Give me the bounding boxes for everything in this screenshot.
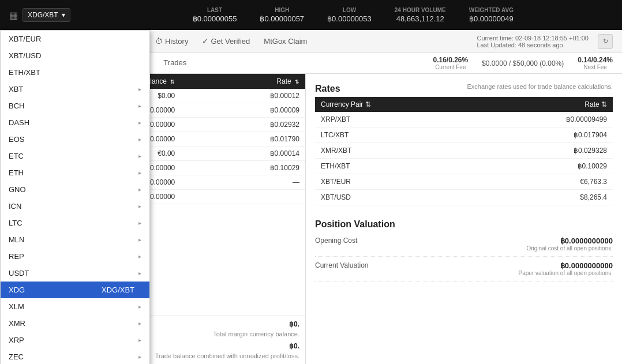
chevron-right-icon: ▸	[138, 186, 141, 193]
dropdown-item-usdt[interactable]: USDT ▸	[1, 265, 149, 282]
chevron-right-icon: ▸	[138, 237, 141, 243]
rate-cell	[181, 190, 305, 204]
stat-volume: 24 HOUR VOLUME 48,663,112.12	[395, 7, 446, 23]
pair-label: XDG/XBT	[28, 11, 58, 19]
rate-cell: —	[181, 175, 305, 190]
sort-icon: ⇅	[365, 100, 371, 108]
dropdown-item-label: DASH	[9, 118, 29, 127]
pos-val-label: Current Valuation	[315, 261, 369, 276]
pair-dropdown[interactable]: XBT/EUR XBT/USD ETH/XBT XBT ▸ BCH ▸ DASH…	[0, 30, 150, 364]
pos-val-row: Opening Cost ฿0.0000000000 Original cost…	[315, 232, 613, 257]
dropdown-item-eth-xbt[interactable]: ETH/XBT	[1, 64, 149, 81]
last-updated-value: 48 seconds ago	[518, 42, 563, 48]
current-fee-label: Current Fee	[435, 64, 466, 70]
rates-rate-cell: ฿0.029328	[475, 143, 613, 159]
dropdown-item-label: ICN	[9, 202, 21, 211]
dropdown-item-xbt-eur[interactable]: XBT/EUR	[1, 31, 149, 47]
chevron-right-icon: ▸	[138, 253, 141, 260]
rate-cell: ฿0.02932	[181, 118, 305, 132]
pair-selector[interactable]: XDG/XBT ▾	[23, 8, 70, 22]
rates-col-rate[interactable]: Rate ⇅	[475, 97, 613, 112]
rates-title: Rates	[315, 84, 340, 94]
position-valuation-section: Position Valuation Opening Cost ฿0.00000…	[315, 219, 613, 282]
chevron-right-icon: ▸	[138, 354, 141, 360]
dropdown-item-label: ETH	[9, 168, 24, 177]
pos-val-amount: ฿0.0000000000	[519, 261, 613, 270]
dropdown-item-zec[interactable]: ZEC ▸	[1, 348, 149, 364]
pos-val-row: Current Valuation ฿0.0000000000 Paper va…	[315, 257, 613, 282]
dropdown-item-label: ETC	[9, 152, 24, 160]
col-rate[interactable]: Rate ⇅	[181, 74, 305, 89]
last-updated-label: Last Updated:	[477, 42, 516, 48]
nav-item-mtgox[interactable]: MtGox Claim	[264, 35, 307, 48]
dropdown-item-mln[interactable]: MLN ▸	[1, 231, 149, 248]
nav-mtgox-label: MtGox Claim	[264, 37, 307, 46]
dropdown-item-etc[interactable]: ETC ▸	[1, 148, 149, 164]
chevron-right-icon: ▸	[138, 203, 141, 209]
rates-rate-cell: ฿0.10029	[475, 159, 613, 174]
dropdown-item-eth[interactable]: ETH ▸	[1, 164, 149, 181]
pos-val-right: ฿0.0000000000 Paper valuation of all ope…	[519, 261, 613, 276]
rates-row: XRP/XBT ฿0.00009499	[315, 112, 613, 127]
dropdown-item-label: XLM	[9, 302, 24, 311]
dropdown-item-label: XBT	[9, 85, 23, 93]
dropdown-item-dash[interactable]: DASH ▸	[1, 114, 149, 131]
chevron-right-icon: ▸	[138, 270, 141, 276]
dropdown-item-bch[interactable]: BCH ▸	[1, 97, 149, 114]
dropdown-item-rep[interactable]: REP ▸	[1, 248, 149, 265]
chart-icon: ▦	[9, 10, 18, 21]
rate-cell: ฿0.01790	[181, 132, 305, 147]
current-fee-box: 0.16/0.26% Current Fee	[433, 56, 468, 70]
dropdown-item-label: XDG	[9, 286, 25, 294]
chevron-right-icon: ▸	[138, 153, 141, 159]
rates-rate-cell: €6,763.3	[475, 174, 613, 190]
next-fee-value: 0.14/0.24%	[578, 56, 613, 64]
rates-table: Currency Pair ⇅ Rate ⇅ XRP/XBT ฿0.000094…	[315, 97, 613, 205]
rates-pair-cell: XMR/XBT	[315, 143, 475, 159]
current-time-value: 02-09-18 12:18:55 +01:00	[515, 35, 589, 42]
dropdown-item-label: REP	[9, 252, 24, 261]
chevron-right-icon: ▸	[138, 170, 141, 176]
sub-dropdown-xdg-xbt[interactable]: XDG/XBT	[93, 282, 143, 298]
chevron-right-icon: ▸	[138, 136, 141, 142]
rates-pair-cell: XBT/EUR	[315, 174, 475, 190]
fee-range: $0.0000 / $50,000 (0.00%)	[482, 59, 564, 67]
dropdown-item-label: EOS	[9, 135, 24, 144]
dropdown-item-xlm[interactable]: XLM ▸	[1, 298, 149, 315]
pair-selector-area[interactable]: ▦ XDG/XBT ▾	[9, 8, 70, 22]
chevron-right-icon: ▸	[138, 303, 141, 310]
dropdown-item-label: XBT/USD	[9, 51, 41, 60]
stat-last: LAST ฿0.00000055	[193, 7, 237, 23]
dropdown-item-xbt[interactable]: XBT ▸	[1, 81, 149, 97]
dropdown-item-label: BCH	[9, 102, 24, 110]
dropdown-item-xrp[interactable]: XRP ▸	[1, 332, 149, 348]
rate-cell: ฿0.00014	[181, 147, 305, 161]
rates-col-pair[interactable]: Currency Pair ⇅	[315, 97, 475, 112]
dropdown-item-gno[interactable]: GNO ▸	[1, 181, 149, 198]
trade-balance-value: ฿0.	[289, 342, 299, 350]
rates-pair-cell: XBT/USD	[315, 190, 475, 205]
total-margin-value: ฿0.	[289, 320, 299, 328]
nav-item-get-verified[interactable]: ✓ Get Verified	[202, 35, 250, 48]
rates-rate-cell: ฿0.00009499	[475, 112, 613, 127]
nav-history-label: History	[165, 37, 188, 46]
dropdown-item-icn[interactable]: ICN ▸	[1, 198, 149, 215]
xdg-sub-dropdown[interactable]: XDG/XBT	[93, 282, 143, 298]
dropdown-item-label: LTC	[9, 219, 23, 227]
sort-icon-2: ⇅	[601, 100, 607, 108]
dropdown-item-label: XMR	[9, 319, 25, 328]
dropdown-item-xbt-usd[interactable]: XBT/USD	[1, 47, 149, 64]
current-fee-value: 0.16/0.26%	[433, 56, 468, 64]
stat-high: HIGH ฿0.00000057	[260, 7, 304, 23]
dropdown-item-ltc[interactable]: LTC ▸	[1, 215, 149, 231]
chevron-right-icon: ▸	[138, 337, 141, 343]
chevron-right-icon: ▸	[138, 320, 141, 327]
nav-item-history[interactable]: ⏱ History	[155, 35, 188, 48]
dropdown-item-eos[interactable]: EOS ▸	[1, 131, 149, 148]
next-fee-box: 0.14/0.24% Next Fee	[578, 56, 613, 70]
dropdown-item-xmr[interactable]: XMR ▸	[1, 315, 149, 332]
subnav-trades[interactable]: Trades	[154, 53, 196, 74]
refresh-button[interactable]: ↻	[598, 34, 613, 49]
check-icon: ✓	[202, 37, 208, 46]
chevron-down-icon: ▾	[62, 11, 65, 19]
